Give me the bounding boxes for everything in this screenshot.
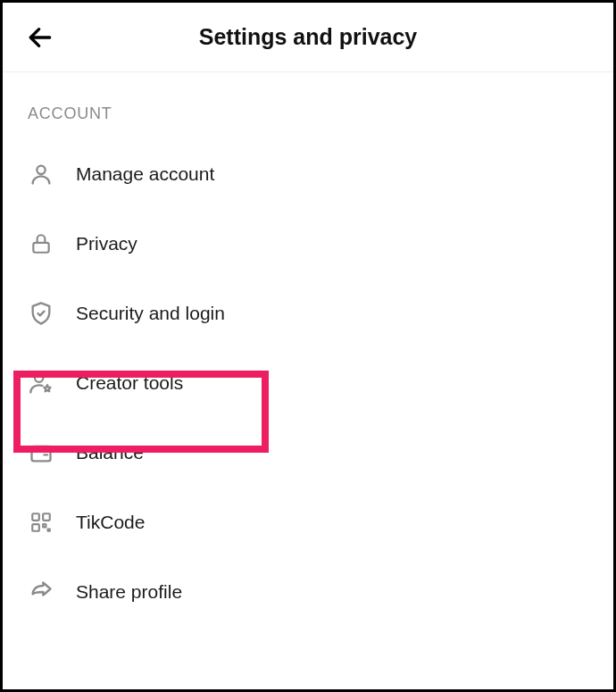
menu-item-privacy[interactable]: Privacy bbox=[3, 209, 613, 279]
lock-icon bbox=[28, 230, 54, 257]
menu-label: TikCode bbox=[76, 512, 145, 533]
svg-rect-9 bbox=[48, 529, 50, 531]
svg-rect-5 bbox=[32, 513, 39, 521]
menu-label: Balance bbox=[76, 442, 144, 463]
page-title: Settings and privacy bbox=[3, 24, 613, 50]
section-header-account: ACCOUNT bbox=[3, 72, 613, 139]
share-icon bbox=[28, 579, 54, 605]
menu-item-share-profile[interactable]: Share profile bbox=[3, 557, 613, 627]
svg-point-3 bbox=[35, 374, 43, 382]
svg-point-1 bbox=[37, 166, 45, 174]
menu-item-tikcode[interactable]: TikCode bbox=[3, 488, 613, 557]
svg-rect-4 bbox=[32, 446, 51, 461]
svg-rect-8 bbox=[43, 524, 46, 527]
shield-icon bbox=[28, 300, 54, 327]
svg-rect-6 bbox=[43, 513, 50, 521]
menu-label: Creator tools bbox=[76, 372, 183, 394]
qrcode-icon bbox=[28, 509, 54, 536]
menu-label: Manage account bbox=[76, 163, 214, 185]
menu-item-security[interactable]: Security and login bbox=[3, 279, 613, 348]
notification-dot-icon bbox=[185, 371, 192, 378]
svg-rect-7 bbox=[32, 524, 39, 531]
menu-item-creator-tools[interactable]: Creator tools bbox=[3, 348, 613, 418]
back-arrow-icon bbox=[26, 23, 54, 52]
svg-rect-2 bbox=[33, 243, 48, 253]
menu-label: Privacy bbox=[76, 233, 137, 254]
menu-item-manage-account[interactable]: Manage account bbox=[3, 139, 613, 209]
menu-item-balance[interactable]: Balance bbox=[3, 418, 613, 488]
menu-label: Share profile bbox=[76, 581, 182, 603]
user-star-icon bbox=[28, 370, 54, 396]
header: Settings and privacy bbox=[3, 3, 613, 72]
menu-label: Security and login bbox=[76, 303, 225, 324]
wallet-icon bbox=[28, 439, 54, 466]
user-icon bbox=[28, 161, 54, 188]
back-button[interactable] bbox=[21, 18, 60, 57]
